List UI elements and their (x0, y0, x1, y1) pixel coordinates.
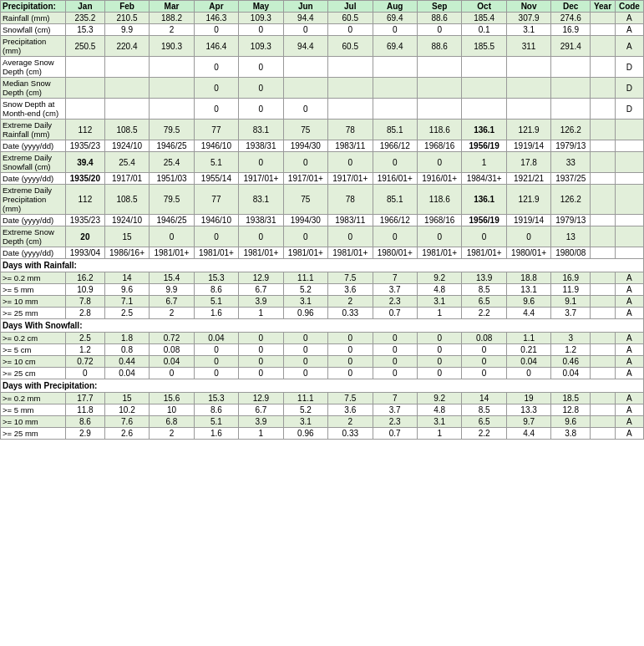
data-cell: 1979/13 (551, 215, 591, 226)
col-apr: Apr (194, 1, 238, 13)
row-label: Rainfall (mm) (1, 13, 66, 24)
data-cell: 1 (239, 428, 283, 440)
data-cell: 75 (283, 185, 327, 215)
data-cell: A (615, 333, 643, 344)
data-cell: 3.1 (283, 296, 327, 308)
data-cell: 1938/31 (239, 215, 283, 226)
data-cell (591, 140, 616, 152)
data-cell (417, 99, 461, 120)
data-cell (591, 99, 616, 120)
data-cell: D (615, 57, 643, 78)
table-row: Date (yyyy/dd)1993/041986/16+1981/01+198… (1, 247, 644, 259)
col-feb: Feb (104, 1, 149, 13)
data-cell: 0 (66, 368, 105, 379)
data-cell: A (615, 272, 643, 284)
data-cell: 1983/11 (328, 215, 373, 226)
data-cell: 60.5 (328, 36, 373, 57)
data-cell: A (615, 344, 643, 356)
data-cell: 3.1 (506, 24, 550, 36)
climate-table: Precipitation: Jan Feb Mar Apr May Jun J… (0, 0, 644, 440)
data-cell: 1946/25 (150, 215, 194, 226)
data-cell: 0.8 (104, 344, 149, 356)
data-cell (506, 99, 550, 120)
data-cell: 7.5 (328, 272, 373, 284)
data-cell: 0 (373, 152, 417, 173)
data-cell: 3.7 (373, 284, 417, 296)
data-cell (283, 57, 327, 78)
data-cell: 4.8 (417, 404, 461, 416)
data-cell (551, 99, 591, 120)
data-cell: 0 (194, 368, 238, 379)
row-label: >= 5 mm (1, 404, 66, 416)
data-cell (283, 78, 327, 99)
data-cell: 3.9 (239, 296, 283, 308)
data-cell: 3.1 (283, 416, 327, 428)
data-cell: 1984/31+ (462, 173, 506, 185)
data-cell: 0.04 (551, 368, 591, 379)
data-cell: 1981/01+ (328, 247, 373, 259)
data-cell: 0 (194, 78, 238, 99)
data-cell (417, 78, 461, 99)
data-cell: 0.7 (373, 308, 417, 319)
data-cell (591, 333, 616, 344)
data-cell: 0 (194, 344, 238, 356)
data-cell: 0.96 (283, 428, 327, 440)
data-cell: 185.4 (462, 13, 506, 24)
data-cell: 1924/10 (104, 215, 149, 226)
data-cell: 0 (194, 356, 238, 368)
data-cell: 6.7 (150, 296, 194, 308)
data-cell: 0 (328, 226, 373, 247)
data-cell: 2.3 (373, 416, 417, 428)
data-cell: 4.4 (506, 308, 550, 319)
data-cell: 3.1 (417, 296, 461, 308)
data-cell: 0.46 (551, 356, 591, 368)
row-label: >= 10 mm (1, 416, 66, 428)
data-cell: 1946/10 (194, 215, 238, 226)
data-cell: 9.1 (551, 296, 591, 308)
data-cell: 0 (283, 99, 327, 120)
col-aug: Aug (373, 1, 417, 13)
data-cell: 274.6 (551, 13, 591, 24)
data-cell (591, 152, 616, 173)
data-cell: 1917/01+ (283, 173, 327, 185)
data-cell: 79.5 (150, 120, 194, 140)
data-cell: 7.8 (66, 296, 105, 308)
data-cell: 0 (417, 356, 461, 368)
data-cell: 5.1 (194, 152, 238, 173)
data-cell: 1981/01+ (283, 247, 327, 259)
data-cell: 118.6 (417, 120, 461, 140)
data-cell (591, 247, 616, 259)
data-cell: 0.72 (150, 333, 194, 344)
data-cell: 12.9 (239, 393, 283, 404)
data-cell (328, 57, 373, 78)
data-cell: 1 (417, 428, 461, 440)
table-row: >= 5 mm11.810.2108.66.75.23.63.74.88.513… (1, 404, 644, 416)
row-label: Date (yyyy/dd) (1, 215, 66, 226)
data-cell: 0 (506, 226, 550, 247)
data-cell (462, 78, 506, 99)
data-cell: 25.4 (104, 152, 149, 173)
data-cell: 0 (239, 368, 283, 379)
data-cell: 2.5 (66, 333, 105, 344)
data-cell: 112 (66, 185, 105, 215)
data-cell: 9.6 (104, 284, 149, 296)
data-cell: 250.5 (66, 36, 105, 57)
data-cell: 0 (150, 226, 194, 247)
data-cell: 1935/20 (66, 173, 105, 185)
data-cell: 0 (194, 24, 238, 36)
col-jan: Jan (66, 1, 105, 13)
table-row: Extreme Daily Precipitation (mm)112108.5… (1, 185, 644, 215)
data-cell: 0 (194, 226, 238, 247)
data-cell: 5.1 (194, 416, 238, 428)
data-cell: 1994/30 (283, 215, 327, 226)
data-cell (591, 308, 616, 319)
data-cell: 1981/01+ (150, 247, 194, 259)
data-cell: A (615, 24, 643, 36)
data-cell (591, 185, 616, 215)
table-row: >= 5 cm1.20.80.0800000000.211.2A (1, 344, 644, 356)
row-label: Extreme Daily Snowfall (cm) (1, 152, 66, 173)
data-cell (591, 356, 616, 368)
data-cell: 121.9 (506, 120, 550, 140)
row-label: >= 25 mm (1, 428, 66, 440)
col-dec: Dec (551, 1, 591, 13)
